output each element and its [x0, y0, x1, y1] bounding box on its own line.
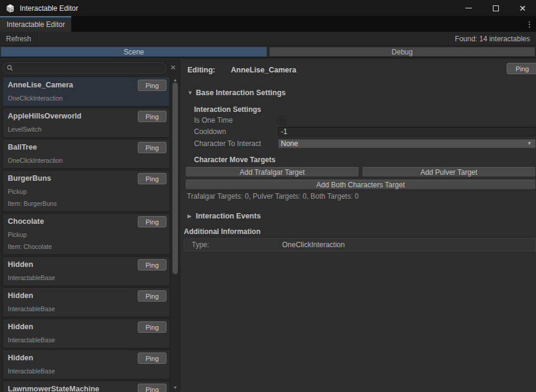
list-item[interactable]: LawnmowerStateMachine OneClickInteractio… [2, 381, 170, 392]
list-item[interactable]: BurgerBuns PickupItem: BurgerBuns Ping [2, 170, 170, 212]
item-subtitle: InteractableBase [8, 336, 165, 344]
search-clear-icon[interactable]: ✕ [168, 62, 178, 73]
list-item[interactable]: BallTree OneClickInteraction Ping [2, 139, 170, 169]
type-label: Type: [192, 241, 209, 249]
refresh-button[interactable]: Refresh [0, 32, 38, 45]
item-lines: PickupItem: Chocolate [8, 231, 165, 251]
list-item[interactable]: Hidden InteractableBase Ping [2, 256, 170, 286]
is-one-time-checkbox[interactable] [278, 116, 286, 124]
found-count-label: Found: 14 interactables [449, 32, 536, 45]
ping-button[interactable]: Ping [138, 259, 166, 271]
ping-button[interactable]: Ping [138, 111, 166, 122]
search-row: ✕ [0, 59, 180, 76]
list-item[interactable]: Hidden InteractableBase Ping [2, 350, 170, 379]
ping-button[interactable]: Ping [138, 80, 166, 91]
tab-interactable-editor[interactable]: Interactable Editor [0, 16, 71, 32]
ping-button[interactable]: Ping [138, 353, 166, 364]
editing-panel: Editing: AnneLise_Camera Ping ▼ Base Int… [180, 59, 536, 392]
editing-header: Editing: AnneLise_Camera [180, 64, 536, 76]
type-info-row: Type: OneClickInteraction [184, 238, 536, 251]
item-subtitle: InteractableBase [8, 274, 165, 282]
view-tabs: Scene Debug [0, 47, 536, 58]
is-one-time-row: Is One Time [180, 115, 536, 125]
close-icon[interactable]: ✕ [509, 0, 536, 16]
titlebar: Interactable Editor ✕ [0, 0, 536, 16]
character-move-targets-header: Character Move Targets [180, 156, 536, 164]
editing-target-name: AnneLise_Camera [231, 66, 296, 74]
list-item[interactable]: Hidden InteractableBase Ping [2, 318, 170, 348]
editor-tabstrip: Interactable Editor ⋮ [0, 16, 536, 32]
item-subtitle: Item: BurgerBuns [8, 200, 165, 208]
item-subtitle: OneClickInteraction [8, 95, 165, 102]
chevron-down-icon: ▼ [527, 141, 532, 146]
character-to-interact-row: Character To Interact None ▼ [180, 138, 536, 148]
item-subtitle: InteractableBase [8, 305, 165, 313]
base-interaction-settings-foldout[interactable]: ▼ Base Interaction Settings [180, 88, 536, 98]
character-to-interact-label: Character To Interact [194, 139, 261, 148]
list-item[interactable]: Chocolate PickupItem: Chocolate Ping [2, 213, 170, 255]
item-subtitle: OneClickInteraction [8, 157, 165, 165]
foldout-label: Base Interaction Settings [196, 89, 286, 97]
item-lines: PickupItem: BurgerBuns [8, 188, 165, 208]
item-lines: InteractableBase [8, 367, 165, 375]
scroll-up-icon[interactable]: ▲ [171, 77, 179, 83]
ping-button[interactable]: Ping [138, 142, 166, 153]
add-trafalgar-target-button[interactable]: Add Trafalgar Target [185, 167, 359, 177]
item-lines: InteractableBase [8, 336, 165, 344]
item-lines: LevelSwitch [8, 126, 165, 133]
list-item[interactable]: AnneLise_Camera OneClickInteraction Ping [2, 77, 170, 107]
ping-button[interactable]: Ping [138, 384, 166, 392]
tab-scene[interactable]: Scene [1, 47, 267, 57]
window-title: Interactable Editor [20, 4, 78, 13]
list-item[interactable]: AppleHillsOverworld LevelSwitch Ping [2, 108, 170, 138]
type-value: OneClickInteraction [282, 241, 345, 249]
cooldown-row: Cooldown -1 [180, 126, 536, 136]
item-lines: OneClickInteraction [8, 95, 165, 102]
ping-button[interactable]: Ping [138, 216, 166, 227]
tab-debug[interactable]: Debug [269, 47, 535, 57]
add-target-buttons: Add Trafalgar Target Add Pulver Target [185, 167, 536, 177]
item-lines: OneClickInteraction [8, 157, 165, 165]
interactable-editor-window: Interactable Editor ✕ Interactable Edito… [0, 0, 536, 392]
tab-label: Interactable Editor [7, 20, 65, 29]
cooldown-label: Cooldown [194, 127, 226, 136]
maximize-icon[interactable] [482, 0, 509, 16]
item-subtitle: LevelSwitch [8, 126, 165, 133]
content: ✕ AnneLise_Camera OneClickInteraction Pi… [0, 59, 536, 392]
item-lines: InteractableBase [8, 305, 165, 313]
interactable-list: AnneLise_Camera OneClickInteraction Ping… [0, 76, 170, 392]
item-subtitle: Item: Chocolate [8, 243, 165, 251]
cooldown-field[interactable]: -1 [278, 127, 536, 136]
list-item[interactable]: Hidden InteractableBase Ping [2, 287, 170, 317]
foldout-open-icon: ▼ [187, 90, 196, 96]
is-one-time-label: Is One Time [194, 116, 233, 124]
toolbar: Refresh Found: 14 interactables [0, 32, 536, 46]
item-subtitle: Pickup [8, 231, 165, 239]
additional-information-header: Additional Information [180, 227, 536, 236]
scroll-down-icon[interactable]: ▼ [171, 384, 179, 390]
item-subtitle: Pickup [8, 188, 165, 196]
add-pulver-target-button[interactable]: Add Pulver Target [362, 167, 536, 177]
targets-summary: Trafalgar Targets: 0, Pulver Targets: 0,… [180, 192, 536, 200]
interaction-events-foldout[interactable]: ▶ Interaction Events [180, 211, 536, 221]
foldout-label: Interaction Events [196, 212, 261, 220]
scrollbar-thumb[interactable] [172, 83, 178, 274]
ping-button[interactable]: Ping [138, 321, 166, 333]
add-both-characters-target-button[interactable]: Add Both Characters Target [185, 180, 536, 190]
item-subtitle: InteractableBase [8, 367, 165, 375]
item-lines: InteractableBase [8, 274, 165, 282]
search-icon [7, 65, 13, 71]
editing-label: Editing: [187, 66, 216, 74]
minimize-icon[interactable] [455, 0, 482, 16]
dropdown-value: None [281, 139, 298, 148]
app-icon [5, 4, 15, 13]
search-input[interactable] [16, 65, 162, 72]
ping-button[interactable]: Ping [507, 63, 536, 74]
kebab-menu-icon[interactable]: ⋮ [523, 16, 536, 32]
ping-button[interactable]: Ping [138, 290, 166, 302]
list-scrollbar[interactable]: ▲ ▼ [171, 76, 179, 392]
ping-button[interactable]: Ping [138, 173, 166, 184]
search-box[interactable] [2, 62, 166, 74]
interaction-settings-header: Interaction Settings [180, 105, 536, 114]
character-to-interact-dropdown[interactable]: None ▼ [278, 139, 536, 148]
